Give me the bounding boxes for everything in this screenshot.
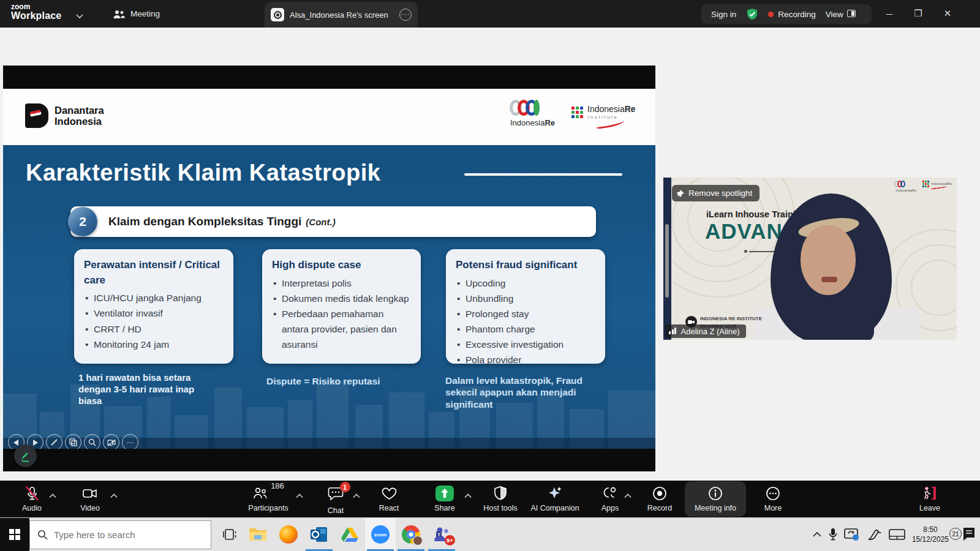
- meeting-info-button[interactable]: Meeting info: [687, 481, 744, 517]
- slide-header: Danantara Indonesia IndonesiaRe Indonesi…: [3, 89, 655, 145]
- share-screen-icon: [435, 485, 454, 501]
- magnifier-icon: [84, 434, 100, 449]
- sparkle-icon: [547, 485, 563, 501]
- pen-tool-icon: [46, 434, 62, 449]
- section-banner: 2 Klaim dengan Kompleksitas Tinggi (Cont…: [70, 206, 596, 237]
- slide-title: Karakteristik Klaim Katastropik: [26, 160, 380, 186]
- apps-icon: [602, 485, 618, 501]
- firefox-icon: [279, 525, 298, 544]
- share-options-chevron[interactable]: [464, 492, 472, 500]
- camera-off-icon: [103, 434, 119, 449]
- bullet-item: CRRT / HD: [84, 321, 224, 337]
- participants-options-chevron[interactable]: [295, 492, 304, 500]
- zoom-workplace-logo: zoom Workplace: [11, 3, 61, 21]
- card-title: High dispute case: [272, 258, 411, 273]
- mini-logo-label: IndonesiaRe: [896, 189, 917, 192]
- video-options-chevron[interactable]: [110, 492, 118, 500]
- annotate-pencil-button[interactable]: [14, 444, 37, 467]
- ai-companion-button[interactable]: AI Companion: [524, 481, 586, 517]
- leave-button[interactable]: Leave: [908, 481, 951, 517]
- teams-unread-badge: 9+: [445, 535, 455, 545]
- logo-workplace-text: Workplace: [11, 11, 61, 21]
- clock-time: 8:50: [912, 525, 949, 534]
- zoom-app-button[interactable]: zoom: [365, 518, 396, 551]
- person-face: [801, 225, 856, 295]
- tray-touchpad-icon[interactable]: [889, 528, 905, 541]
- indonesiare-logo: IndonesiaRe: [510, 100, 555, 127]
- maximize-button[interactable]: ❐: [909, 5, 927, 22]
- chat-unread-badge: 1: [340, 482, 350, 492]
- mini-swoosh-icon: [931, 186, 947, 190]
- danantara-logo: Danantara Indonesia: [25, 103, 104, 128]
- bullet-item: Upcoding: [456, 276, 595, 291]
- apps-options-chevron[interactable]: [624, 492, 632, 500]
- tray-mic-icon[interactable]: [829, 528, 837, 541]
- tray-chevron-up-icon[interactable]: [812, 531, 822, 538]
- taskbar-clock[interactable]: 8:50 15/12/2025: [912, 525, 949, 544]
- person-mouth: [821, 277, 837, 282]
- card-fraud: Potensi fraud significant Upcoding Unbun…: [446, 249, 605, 364]
- record-button[interactable]: Record: [638, 481, 681, 517]
- security-shield-icon[interactable]: [746, 8, 758, 20]
- remove-spotlight-button[interactable]: Remove spotlight: [672, 185, 760, 201]
- bullet-item: Excessive investigation: [456, 337, 595, 352]
- notification-center-button[interactable]: 21: [956, 525, 976, 544]
- workspace-chevron-down-icon[interactable]: [76, 10, 83, 21]
- tray-pen-icon[interactable]: [867, 528, 882, 541]
- tray-screenshot-icon[interactable]: [844, 528, 860, 541]
- search-input[interactable]: [54, 530, 195, 540]
- start-button[interactable]: [0, 518, 29, 551]
- search-icon: [37, 530, 48, 540]
- task-view-button[interactable]: [216, 518, 246, 551]
- sign-in-button[interactable]: Sign in: [711, 10, 736, 19]
- bullet-item: Perbedaan pemahaman antara provider, pas…: [272, 306, 411, 352]
- bullet-item: ICU/HCU jangka Panjang: [84, 290, 224, 305]
- chat-button[interactable]: 1 Chat: [317, 481, 354, 517]
- more-button[interactable]: More: [755, 481, 791, 517]
- zoom-app-icon: zoom: [371, 525, 390, 544]
- host-tools-button[interactable]: Host tools: [476, 481, 525, 517]
- view-button[interactable]: View: [826, 10, 856, 19]
- recording-indicator: Recording: [768, 10, 816, 19]
- bullet-item: Unbundling: [456, 291, 595, 306]
- slides-overview-icon: [65, 434, 81, 449]
- chat-options-chevron[interactable]: [352, 492, 361, 500]
- bullet-item: Dokumen medis tidak lengkap: [272, 291, 411, 306]
- audio-options-chevron[interactable]: [48, 492, 57, 500]
- app-titlebar: zoom Workplace Meeting Alsa_Indonesia Re…: [0, 0, 980, 28]
- teams-button[interactable]: T 9+: [426, 518, 457, 551]
- section-number-badge: 2: [68, 207, 97, 236]
- zoom-toolbar: Audio Video 186 Participants: [0, 481, 980, 517]
- logo-re-text-b: Re: [545, 118, 555, 127]
- chrome-button[interactable]: [396, 518, 426, 551]
- video-bg-logos: IndonesiaRe IndonesiaRe: [896, 181, 952, 192]
- react-button[interactable]: React: [371, 481, 407, 517]
- inst-text-b: Re: [625, 104, 636, 114]
- panel-drag-handle[interactable]: [665, 224, 669, 298]
- google-drive-button[interactable]: [334, 518, 365, 551]
- heart-icon: [381, 485, 398, 501]
- tab-shared-screen[interactable]: Alsa_Indonesia Re's screen ···: [265, 2, 418, 28]
- bullet-item: Pola provider: [456, 352, 595, 367]
- file-explorer-button[interactable]: [243, 518, 273, 551]
- indonesiare-institute-logo: IndonesiaRe Institute: [571, 105, 636, 127]
- taskbar-search[interactable]: [29, 520, 211, 549]
- share-button[interactable]: Share: [426, 481, 463, 517]
- close-button[interactable]: ✕: [938, 5, 957, 22]
- people-icon: [113, 9, 125, 19]
- outlook-button[interactable]: [304, 518, 334, 551]
- participants-button[interactable]: 186 Participants: [240, 481, 296, 517]
- title-divider-line: [464, 173, 622, 176]
- tab-meeting[interactable]: Meeting: [104, 0, 168, 28]
- camera-icon: [81, 485, 99, 501]
- audio-button[interactable]: Audio: [13, 481, 50, 517]
- system-tray: 8:50 15/12/2025 21: [812, 518, 976, 551]
- participant-video-tile[interactable]: iLearn Inhouse Training ADVANC Life Indo…: [663, 178, 957, 340]
- firefox-button[interactable]: [273, 518, 304, 551]
- tab-options-ellipsis-icon[interactable]: ···: [399, 9, 412, 21]
- more-ellipsis-icon: [765, 485, 781, 501]
- card-title: Perawatan intensif / Critical care: [84, 258, 224, 288]
- minimize-button[interactable]: ─: [880, 5, 899, 22]
- video-button[interactable]: Video: [72, 481, 108, 517]
- apps-button[interactable]: Apps: [592, 481, 628, 517]
